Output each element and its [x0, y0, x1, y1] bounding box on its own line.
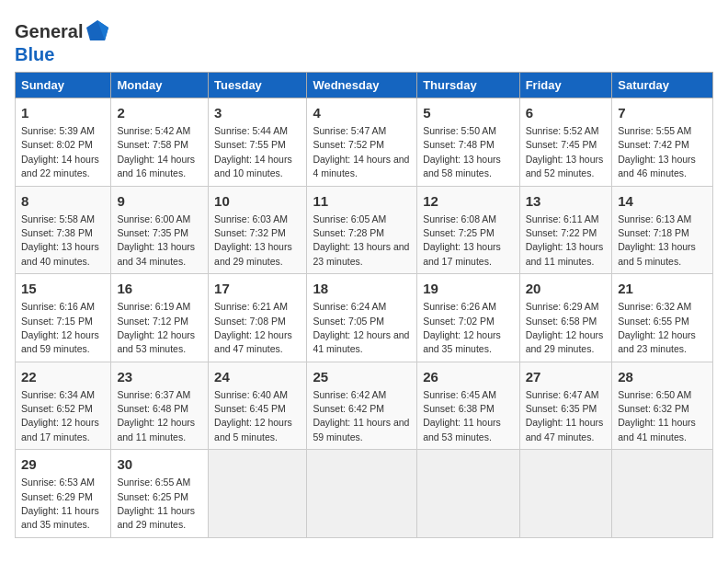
- day-number: 24: [214, 367, 301, 386]
- calendar-cell: 12 Sunrise: 6:08 AMSunset: 7:25 PMDaylig…: [417, 186, 519, 274]
- calendar-cell: 28 Sunrise: 6:50 AMSunset: 6:32 PMDaylig…: [612, 362, 713, 450]
- header-day-sunday: Sunday: [16, 73, 111, 98]
- header-day-saturday: Saturday: [612, 73, 713, 98]
- day-number: 21: [618, 279, 707, 298]
- day-number: 18: [313, 279, 411, 298]
- logo-general: General: [15, 21, 83, 41]
- calendar-cell: 25 Sunrise: 6:42 AMSunset: 6:42 PMDaylig…: [307, 362, 417, 450]
- day-info: Sunrise: 6:26 AMSunset: 7:02 PMDaylight:…: [423, 301, 501, 354]
- day-info: Sunrise: 5:39 AMSunset: 8:02 PMDaylight:…: [21, 125, 99, 178]
- week-row-3: 15 Sunrise: 6:16 AMSunset: 7:15 PMDaylig…: [16, 274, 713, 362]
- calendar-cell: 10 Sunrise: 6:03 AMSunset: 7:32 PMDaylig…: [209, 186, 307, 274]
- day-info: Sunrise: 6:03 AMSunset: 7:32 PMDaylight:…: [214, 213, 292, 267]
- day-info: Sunrise: 6:24 AMSunset: 7:05 PMDaylight:…: [313, 301, 409, 354]
- logo-icon: [85, 18, 110, 44]
- calendar-cell: 24 Sunrise: 6:40 AMSunset: 6:45 PMDaylig…: [209, 362, 307, 450]
- day-info: Sunrise: 6:47 AMSunset: 6:35 PMDaylight:…: [526, 389, 604, 442]
- calendar-cell: [612, 450, 713, 538]
- calendar-cell: 15 Sunrise: 6:16 AMSunset: 7:15 PMDaylig…: [16, 274, 111, 362]
- calendar-header-row: SundayMondayTuesdayWednesdayThursdayFrid…: [16, 73, 713, 98]
- day-number: 8: [21, 191, 105, 211]
- day-number: 23: [117, 367, 202, 386]
- day-info: Sunrise: 6:40 AMSunset: 6:45 PMDaylight:…: [214, 389, 292, 442]
- day-number: 22: [21, 367, 105, 386]
- day-number: 5: [423, 103, 513, 122]
- calendar-cell: 18 Sunrise: 6:24 AMSunset: 7:05 PMDaylig…: [307, 274, 417, 362]
- day-info: Sunrise: 6:42 AMSunset: 6:42 PMDaylight:…: [313, 389, 409, 442]
- day-number: 14: [618, 191, 707, 211]
- calendar-cell: [519, 450, 612, 538]
- day-info: Sunrise: 5:50 AMSunset: 7:48 PMDaylight:…: [423, 125, 501, 178]
- logo: General Blue: [15, 18, 110, 64]
- header-day-tuesday: Tuesday: [209, 73, 307, 98]
- day-number: 6: [526, 103, 607, 122]
- week-row-4: 22 Sunrise: 6:34 AMSunset: 6:52 PMDaylig…: [16, 362, 713, 450]
- day-number: 16: [117, 279, 202, 298]
- day-info: Sunrise: 6:29 AMSunset: 6:58 PMDaylight:…: [526, 301, 604, 354]
- calendar-cell: 23 Sunrise: 6:37 AMSunset: 6:48 PMDaylig…: [111, 362, 209, 450]
- calendar-cell: 30 Sunrise: 6:55 AMSunset: 6:25 PMDaylig…: [111, 450, 209, 538]
- day-number: 11: [313, 191, 411, 211]
- calendar-cell: 4 Sunrise: 5:47 AMSunset: 7:52 PMDayligh…: [307, 98, 417, 187]
- calendar-cell: 13 Sunrise: 6:11 AMSunset: 7:22 PMDaylig…: [519, 186, 612, 274]
- header-day-monday: Monday: [111, 73, 209, 98]
- calendar-cell: 21 Sunrise: 6:32 AMSunset: 6:55 PMDaylig…: [612, 274, 713, 362]
- day-number: 13: [526, 191, 607, 211]
- day-number: 2: [117, 103, 202, 122]
- day-info: Sunrise: 6:11 AMSunset: 7:22 PMDaylight:…: [526, 213, 604, 267]
- calendar-cell: 1 Sunrise: 5:39 AMSunset: 8:02 PMDayligh…: [16, 98, 111, 187]
- day-number: 1: [21, 103, 105, 122]
- day-number: 26: [423, 367, 513, 386]
- calendar-cell: 20 Sunrise: 6:29 AMSunset: 6:58 PMDaylig…: [519, 274, 612, 362]
- day-info: Sunrise: 6:55 AMSunset: 6:25 PMDaylight:…: [117, 477, 195, 530]
- day-info: Sunrise: 6:13 AMSunset: 7:18 PMDaylight:…: [618, 213, 696, 267]
- day-number: 17: [214, 279, 301, 298]
- calendar-cell: [209, 450, 307, 538]
- week-row-1: 1 Sunrise: 5:39 AMSunset: 8:02 PMDayligh…: [16, 98, 713, 187]
- calendar-cell: 29 Sunrise: 6:53 AMSunset: 6:29 PMDaylig…: [16, 450, 111, 538]
- day-info: Sunrise: 5:47 AMSunset: 7:52 PMDaylight:…: [313, 125, 409, 178]
- day-number: 19: [423, 279, 513, 298]
- day-number: 27: [526, 367, 607, 386]
- day-info: Sunrise: 5:58 AMSunset: 7:38 PMDaylight:…: [21, 213, 99, 267]
- day-info: Sunrise: 6:45 AMSunset: 6:38 PMDaylight:…: [423, 389, 501, 442]
- calendar-cell: 7 Sunrise: 5:55 AMSunset: 7:42 PMDayligh…: [612, 98, 713, 187]
- day-info: Sunrise: 6:21 AMSunset: 7:08 PMDaylight:…: [214, 301, 292, 354]
- day-number: 28: [618, 367, 707, 386]
- day-info: Sunrise: 5:55 AMSunset: 7:42 PMDaylight:…: [618, 125, 696, 178]
- day-number: 30: [117, 454, 202, 474]
- header: General Blue: [15, 15, 713, 64]
- calendar-cell: 19 Sunrise: 6:26 AMSunset: 7:02 PMDaylig…: [417, 274, 519, 362]
- day-number: 4: [313, 103, 411, 122]
- day-info: Sunrise: 6:37 AMSunset: 6:48 PMDaylight:…: [117, 389, 195, 442]
- calendar-cell: 3 Sunrise: 5:44 AMSunset: 7:55 PMDayligh…: [209, 98, 307, 187]
- week-row-2: 8 Sunrise: 5:58 AMSunset: 7:38 PMDayligh…: [16, 186, 713, 274]
- day-info: Sunrise: 6:05 AMSunset: 7:28 PMDaylight:…: [313, 213, 409, 267]
- day-number: 15: [21, 279, 105, 298]
- day-info: Sunrise: 6:32 AMSunset: 6:55 PMDaylight:…: [618, 301, 696, 354]
- calendar-cell: [417, 450, 519, 538]
- calendar-cell: [307, 450, 417, 538]
- calendar-cell: 14 Sunrise: 6:13 AMSunset: 7:18 PMDaylig…: [612, 186, 713, 274]
- day-info: Sunrise: 5:52 AMSunset: 7:45 PMDaylight:…: [526, 125, 604, 178]
- calendar-table: SundayMondayTuesdayWednesdayThursdayFrid…: [15, 72, 713, 538]
- day-number: 7: [618, 103, 707, 122]
- day-number: 20: [526, 279, 607, 298]
- calendar-cell: 5 Sunrise: 5:50 AMSunset: 7:48 PMDayligh…: [417, 98, 519, 187]
- day-number: 29: [21, 454, 105, 474]
- calendar-body: 1 Sunrise: 5:39 AMSunset: 8:02 PMDayligh…: [16, 98, 713, 538]
- day-number: 9: [117, 191, 202, 211]
- day-info: Sunrise: 6:16 AMSunset: 7:15 PMDaylight:…: [21, 301, 99, 354]
- day-info: Sunrise: 6:00 AMSunset: 7:35 PMDaylight:…: [117, 213, 195, 267]
- calendar-cell: 26 Sunrise: 6:45 AMSunset: 6:38 PMDaylig…: [417, 362, 519, 450]
- header-day-wednesday: Wednesday: [307, 73, 417, 98]
- calendar-cell: 27 Sunrise: 6:47 AMSunset: 6:35 PMDaylig…: [519, 362, 612, 450]
- day-info: Sunrise: 6:08 AMSunset: 7:25 PMDaylight:…: [423, 213, 501, 267]
- day-number: 12: [423, 191, 513, 211]
- header-day-friday: Friday: [519, 73, 612, 98]
- day-info: Sunrise: 6:19 AMSunset: 7:12 PMDaylight:…: [117, 301, 195, 354]
- calendar-cell: 6 Sunrise: 5:52 AMSunset: 7:45 PMDayligh…: [519, 98, 612, 187]
- calendar-cell: 16 Sunrise: 6:19 AMSunset: 7:12 PMDaylig…: [111, 274, 209, 362]
- week-row-5: 29 Sunrise: 6:53 AMSunset: 6:29 PMDaylig…: [16, 450, 713, 538]
- day-number: 25: [313, 367, 411, 386]
